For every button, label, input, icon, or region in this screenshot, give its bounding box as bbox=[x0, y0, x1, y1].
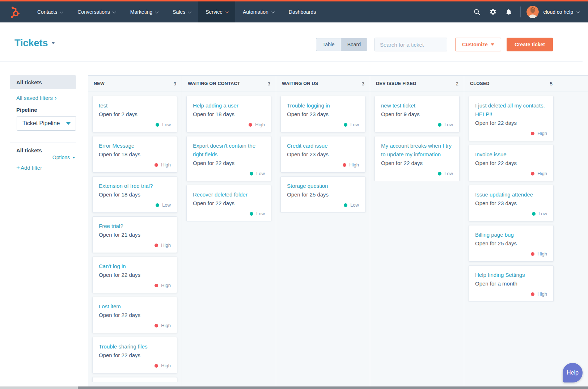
ticket-title-link[interactable]: Extension of free trial? bbox=[99, 182, 171, 190]
priority-label: Low bbox=[350, 202, 359, 208]
account-menu[interactable]: cloud co help bbox=[543, 9, 579, 15]
ticket-title-link[interactable]: Invoice issue bbox=[475, 150, 547, 159]
ticket-card[interactable]: Export doesn't contain the right fields … bbox=[186, 136, 271, 181]
board-column: WAITING ON US 3 Trouble logging in Open … bbox=[276, 76, 370, 386]
ticket-title-link[interactable]: My account breaks when I try to update m… bbox=[381, 141, 453, 159]
nav-item-sales[interactable]: Sales bbox=[165, 1, 198, 22]
primary-nav: ContactsConversationsMarketingSalesServi… bbox=[30, 1, 323, 22]
all-saved-filters-link[interactable]: All saved filters › bbox=[16, 95, 76, 101]
ticket-card[interactable]: Can't log in Open for 22 days High bbox=[92, 257, 177, 293]
nav-item-automation[interactable]: Automation bbox=[235, 1, 281, 22]
ticket-priority: Low bbox=[193, 211, 265, 217]
board-column: DEV ISSUE FIXED 2 new test ticket Open f… bbox=[370, 76, 464, 386]
partial-ticket-card[interactable] bbox=[92, 377, 177, 382]
column-name: CLOSED bbox=[470, 81, 490, 86]
ticket-board: NEW 9 test Open for 2 days Low Error Mes… bbox=[88, 75, 588, 386]
column-cards: new test ticket Open for 9 days Low My a… bbox=[370, 92, 464, 181]
priority-dot-icon bbox=[155, 364, 158, 368]
ticket-title-link[interactable]: I just deleted all my contacts. HELP!! bbox=[475, 101, 547, 119]
priority-dot-icon bbox=[155, 244, 158, 247]
ticket-card[interactable]: Help finding Settings Open for a month H… bbox=[469, 265, 554, 302]
board-columns: NEW 9 test Open for 2 days Low Error Mes… bbox=[88, 76, 588, 386]
ticket-card[interactable]: Recover deleted folder Open for 22 days … bbox=[186, 185, 271, 221]
ticket-title-link[interactable]: test bbox=[99, 101, 171, 110]
ticket-priority: High bbox=[99, 282, 171, 288]
nav-item-dashboards[interactable]: Dashboards bbox=[281, 1, 324, 22]
ticket-card[interactable]: Extension of free trial? Open for 18 day… bbox=[92, 176, 177, 213]
ticket-card[interactable]: test Open for 2 days Low bbox=[92, 96, 177, 132]
search-icon[interactable] bbox=[469, 1, 485, 22]
ticket-title-link[interactable]: Trouble logging in bbox=[287, 101, 359, 110]
account-name: cloud co help bbox=[543, 9, 573, 15]
ticket-card[interactable]: Error Message Open for 18 days High bbox=[92, 136, 177, 173]
help-button[interactable]: Help bbox=[563, 363, 583, 382]
pipeline-select[interactable]: Ticket Pipeline bbox=[17, 116, 76, 131]
priority-dot-icon bbox=[250, 212, 253, 216]
horizontal-scrollbar-thumb[interactable] bbox=[78, 386, 588, 389]
hubspot-logo-icon[interactable] bbox=[0, 1, 30, 22]
ticket-card[interactable]: I just deleted all my contacts. HELP!! O… bbox=[469, 96, 554, 141]
nav-item-label: Dashboards bbox=[289, 9, 316, 15]
ticket-card[interactable]: Storage question Open for 25 days Low bbox=[280, 176, 365, 213]
top-navigation-bar: ContactsConversationsMarketingSalesServi… bbox=[0, 0, 588, 22]
table-view-button[interactable]: Table bbox=[316, 38, 340, 51]
nav-item-conversations[interactable]: Conversations bbox=[70, 1, 123, 22]
ticket-card[interactable]: Billing page bug Open for 25 days High bbox=[469, 225, 554, 262]
priority-label: Low bbox=[256, 171, 265, 176]
page-title[interactable]: Tickets bbox=[14, 38, 55, 49]
ticket-card[interactable]: Credit card issue Open for 23 days High bbox=[280, 136, 365, 173]
ticket-title-link[interactable]: Recover deleted folder bbox=[193, 190, 265, 199]
ticket-card[interactable]: Invoice issue Open for 22 days High bbox=[469, 145, 554, 181]
ticket-title-link[interactable]: Error Message bbox=[99, 141, 171, 150]
ticket-card[interactable]: Trouble logging in Open for 23 days Low bbox=[280, 96, 365, 132]
ticket-title-link[interactable]: Help finding Settings bbox=[475, 271, 547, 279]
board-column: NEW 9 test Open for 2 days Low Error Mes… bbox=[88, 76, 182, 386]
notifications-bell-icon[interactable] bbox=[501, 1, 517, 22]
sidebar-item-all-tickets[interactable]: All tickets bbox=[10, 75, 76, 89]
priority-label: High bbox=[161, 323, 171, 328]
ticket-card[interactable]: Help adding a user Open for 18 days High bbox=[186, 96, 271, 132]
ticket-card[interactable]: My account breaks when I try to update m… bbox=[375, 136, 460, 181]
ticket-card[interactable]: Free trial? Open for 21 days High bbox=[92, 216, 177, 253]
create-ticket-button[interactable]: Create ticket bbox=[507, 38, 553, 51]
ticket-title-link[interactable]: Export doesn't contain the right fields bbox=[193, 141, 265, 159]
board-view-button[interactable]: Board bbox=[341, 38, 367, 51]
caret-down-icon bbox=[66, 122, 71, 125]
ticket-title-link[interactable]: Free trial? bbox=[99, 222, 171, 231]
ticket-card[interactable]: new test ticket Open for 9 days Low bbox=[375, 96, 460, 132]
header-controls: Table Board Customize Create ticket bbox=[316, 38, 553, 51]
avatar[interactable] bbox=[526, 6, 539, 18]
nav-item-contacts[interactable]: Contacts bbox=[30, 1, 70, 22]
ticket-title-link[interactable]: Credit card issue bbox=[287, 141, 359, 150]
priority-dot-icon bbox=[531, 132, 534, 135]
ticket-age: Open for 23 days bbox=[287, 150, 359, 159]
column-header: CLOSED 5 bbox=[464, 76, 558, 92]
ticket-title-link[interactable]: Storage question bbox=[287, 182, 359, 190]
column-header: NEW 9 bbox=[88, 76, 182, 92]
ticket-card[interactable]: Lost item Open for 22 days High bbox=[92, 297, 177, 333]
customize-button[interactable]: Customize bbox=[455, 38, 501, 51]
add-filter-button[interactable]: + Add filter bbox=[16, 165, 76, 171]
priority-label: High bbox=[537, 131, 547, 136]
ticket-title-link[interactable]: Issue updating attendee bbox=[475, 190, 547, 199]
ticket-card[interactable]: Issue updating attendee Open for 23 days… bbox=[469, 185, 554, 221]
ticket-title-link[interactable]: Billing page bug bbox=[475, 231, 547, 239]
ticket-age: Open for 22 days bbox=[99, 271, 171, 279]
ticket-title-link[interactable]: Trouble sharing files bbox=[99, 342, 171, 351]
ticket-priority: Low bbox=[381, 170, 453, 177]
ticket-age: Open for 22 days bbox=[99, 311, 171, 320]
settings-gear-icon[interactable] bbox=[485, 1, 501, 22]
nav-item-label: Contacts bbox=[37, 9, 57, 15]
ticket-search-input[interactable] bbox=[380, 42, 452, 48]
ticket-title-link[interactable]: Lost item bbox=[99, 302, 171, 311]
nav-item-marketing[interactable]: Marketing bbox=[123, 1, 165, 22]
ticket-age: Open for a month bbox=[475, 279, 547, 288]
ticket-title-link[interactable]: Can't log in bbox=[99, 262, 171, 271]
nav-item-service[interactable]: Service bbox=[198, 1, 235, 22]
options-menu[interactable]: Options bbox=[52, 155, 76, 160]
ticket-title-link[interactable]: new test ticket bbox=[381, 101, 453, 110]
ticket-priority: Low bbox=[475, 211, 547, 217]
ticket-priority: Low bbox=[287, 202, 359, 208]
ticket-title-link[interactable]: Help adding a user bbox=[193, 101, 265, 110]
ticket-card[interactable]: Trouble sharing files Open for 22 days H… bbox=[92, 337, 177, 373]
